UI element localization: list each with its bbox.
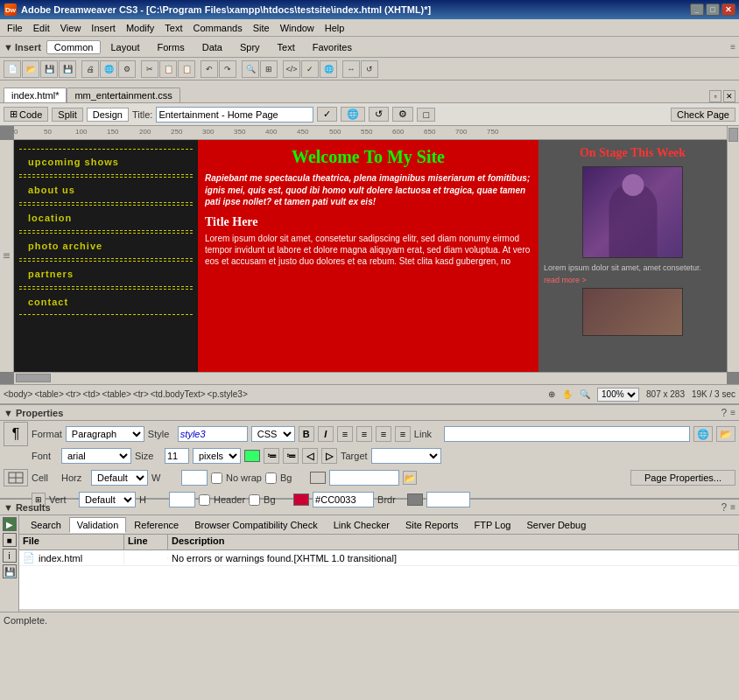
copy-icon[interactable]: 📋 <box>159 60 177 78</box>
close-button[interactable]: ✕ <box>721 4 735 16</box>
tab-text[interactable]: Text <box>270 40 303 54</box>
border-input[interactable] <box>426 492 470 508</box>
indent-button[interactable]: ▷ <box>321 448 337 464</box>
tab-spry[interactable]: Spry <box>232 40 268 54</box>
size-unit-select[interactable]: pixels <box>193 448 241 464</box>
menu-help[interactable]: Help <box>320 21 350 35</box>
minimize-button[interactable]: _ <box>690 4 704 16</box>
results-tab-search[interactable]: Search <box>23 517 69 533</box>
view-options-button[interactable]: ⚙ <box>392 107 413 122</box>
results-help-icon[interactable]: ? <box>721 501 727 514</box>
w-input[interactable] <box>181 470 208 486</box>
doc-tab-css[interactable]: mm_entertainment.css <box>67 88 179 102</box>
open-icon[interactable]: 📂 <box>22 60 39 78</box>
validate-markup-button[interactable]: ✓ <box>317 107 337 122</box>
redo-icon[interactable]: ↷ <box>219 60 236 78</box>
design-view-button[interactable]: Design <box>87 108 129 122</box>
align-right-button[interactable]: ≡ <box>376 426 391 442</box>
scrollbar-vertical[interactable] <box>727 126 739 372</box>
cut-icon[interactable]: ✂ <box>141 60 158 78</box>
tab-forms[interactable]: Forms <box>150 40 193 54</box>
panel-options-icon[interactable]: ≡ <box>730 42 735 52</box>
format-select[interactable]: Paragraph <box>66 426 144 442</box>
results-tab-browser-compat[interactable]: Browser Compatibility Check <box>187 517 326 533</box>
sidebar-readmore-link[interactable]: read more > <box>544 276 721 284</box>
visual-aids-button[interactable]: □ <box>417 108 435 122</box>
size-input[interactable] <box>165 448 189 464</box>
link-globe-button[interactable]: 🌐 <box>693 426 713 442</box>
tag-icon[interactable]: </> <box>283 60 300 78</box>
cell-bg-swatch[interactable] <box>310 472 326 484</box>
scroll-thumb[interactable] <box>728 128 738 142</box>
scrollbar-horizontal[interactable] <box>14 372 727 384</box>
menu-site[interactable]: Site <box>248 21 275 35</box>
info-button[interactable]: i <box>3 549 17 563</box>
bold-button[interactable]: B <box>299 426 314 442</box>
save-icon[interactable]: 💾 <box>40 60 58 78</box>
h-input[interactable] <box>169 492 195 508</box>
panel-expand-icon[interactable]: ▼ <box>4 408 13 418</box>
code-view-button[interactable]: ⊞ Code <box>4 107 48 122</box>
restore-doc-button[interactable]: ▫ <box>709 90 721 102</box>
expand-icon[interactable]: ⊞ <box>260 60 278 78</box>
italic-button[interactable]: I <box>318 426 334 442</box>
save-all-icon[interactable]: 💾 <box>59 60 76 78</box>
results-expand-icon[interactable]: ▼ <box>4 502 13 513</box>
maximize-button[interactable]: □ <box>706 4 720 16</box>
paste-icon[interactable]: 📋 <box>178 60 195 78</box>
nowrap-checkbox[interactable] <box>211 472 222 484</box>
page-properties-button[interactable]: Page Properties... <box>630 470 735 486</box>
print-icon[interactable]: 🖨 <box>81 60 99 78</box>
cell-bg2-swatch[interactable] <box>293 494 309 506</box>
style-input[interactable] <box>178 426 248 442</box>
bg-checkbox[interactable] <box>265 472 277 484</box>
results-tab-validation[interactable]: Validation <box>69 517 127 533</box>
cell-bg-input[interactable] <box>329 470 399 486</box>
validate-icon[interactable]: ✓ <box>301 60 319 78</box>
stop-button[interactable]: ■ <box>3 533 17 547</box>
page-title-input[interactable] <box>156 107 313 122</box>
refresh-button[interactable]: ↺ <box>369 107 389 122</box>
menu-modify[interactable]: Modify <box>121 21 159 35</box>
debug-icon[interactable]: ⚙ <box>118 60 136 78</box>
preview-icon[interactable]: 🌐 <box>100 60 117 78</box>
zoom-select[interactable]: 100% <box>597 388 639 402</box>
tab-favorites[interactable]: Favorites <box>305 40 360 54</box>
align-left-button[interactable]: ≡ <box>337 426 353 442</box>
new-doc-icon[interactable]: 📄 <box>4 60 21 78</box>
horz-select[interactable]: Default <box>91 470 148 486</box>
doc-tab-index[interactable]: index.html* <box>4 88 67 102</box>
results-options-icon[interactable]: ≡ <box>730 502 735 512</box>
unordered-list-button[interactable]: ≔ <box>264 448 279 464</box>
results-tab-link-checker[interactable]: Link Checker <box>326 517 398 533</box>
scroll-thumb-h[interactable] <box>16 374 51 382</box>
tab-common[interactable]: Common <box>46 40 102 54</box>
cell-bg2-input[interactable] <box>313 492 374 508</box>
split-view-button[interactable]: Split <box>52 108 82 122</box>
workflow-icon[interactable]: ↔ <box>342 60 360 78</box>
refresh-icon[interactable]: ↺ <box>361 60 378 78</box>
ordered-list-button[interactable]: ≔ <box>283 448 299 464</box>
cell-bg-folder-button[interactable]: 📂 <box>403 471 417 485</box>
font-select[interactable]: arial <box>61 448 131 464</box>
style-selector[interactable]: CSS <box>251 426 295 442</box>
border-swatch[interactable] <box>407 494 423 506</box>
menu-commands[interactable]: Commands <box>187 21 247 35</box>
properties-help-icon[interactable]: ? <box>721 407 727 419</box>
menu-window[interactable]: Window <box>275 21 320 35</box>
link-input[interactable] <box>444 426 690 442</box>
undo-icon[interactable]: ↶ <box>201 60 218 78</box>
close-doc-button[interactable]: ✕ <box>723 90 735 102</box>
text-color-swatch[interactable] <box>244 450 260 462</box>
tab-data[interactable]: Data <box>194 40 230 54</box>
bg2-checkbox[interactable] <box>249 494 260 506</box>
properties-options-icon[interactable]: ≡ <box>730 408 735 417</box>
results-tab-server-debug[interactable]: Server Debug <box>518 517 594 533</box>
tab-layout[interactable]: Layout <box>102 40 147 54</box>
save-report-button[interactable]: 💾 <box>3 564 17 578</box>
vert-select[interactable]: Default <box>79 492 136 508</box>
menu-view[interactable]: View <box>55 21 87 35</box>
link-folder-button[interactable]: 📂 <box>716 426 735 442</box>
find-icon[interactable]: 🔍 <box>242 60 259 78</box>
browser-preview-button[interactable]: 🌐 <box>341 107 365 122</box>
